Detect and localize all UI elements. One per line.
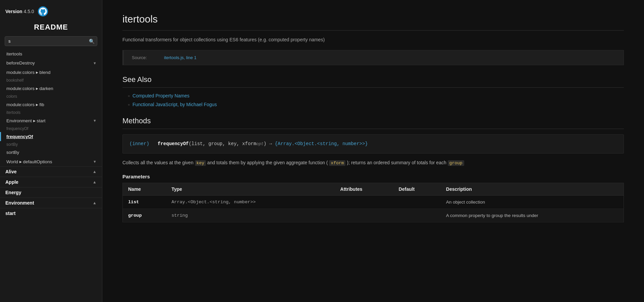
see-also-item-functional: Functional JavaScript, by Michael Fogus [128, 102, 624, 107]
see-also-link-functional[interactable]: Functional JavaScript, by Michael Fogus [132, 102, 217, 107]
nav-item-bookshelf: bookshelf [0, 77, 102, 84]
see-also-list: Computed Property Names Functional JavaS… [128, 93, 624, 107]
nav-item-frequencyOf-dim: frequencyOf [0, 125, 102, 132]
col-attributes: Attributes [335, 183, 393, 195]
chevron-up-icon: ▲ [93, 201, 97, 205]
params-table: Name Type Attributes Default Description… [122, 183, 624, 222]
nav-section-label: Energy [5, 190, 21, 195]
code-xform: xform [329, 160, 345, 166]
nav-item-label: World ▸ defaultOptions [6, 159, 52, 164]
method-arrow: → [269, 141, 275, 146]
code-group: group [448, 160, 464, 166]
search-box: 🔍 [5, 36, 97, 46]
see-also-heading: See Also [122, 75, 624, 88]
nav-item-label: sortBy [6, 142, 18, 147]
nav-section-label: Environment [5, 200, 34, 206]
nav-item-module-colors-darken[interactable]: module:colors ▸ darken [0, 84, 102, 93]
code-key: key [195, 160, 206, 166]
method-signature: (inner) frequencyOf(list, group, key, xf… [122, 134, 624, 153]
col-description: Description [441, 183, 624, 195]
nav-section-start[interactable]: start [0, 208, 102, 218]
param-attr-group [335, 209, 393, 222]
method-params: (list, group, key, xformopt) [189, 141, 266, 146]
col-default: Default [393, 183, 441, 195]
version-number: 4.5.0 [23, 9, 34, 14]
nav-item-module-colors-blend[interactable]: module:colors ▸ blend [0, 68, 102, 77]
source-link[interactable]: itertools.js, line 1 [164, 55, 197, 60]
nav-section-label: start [5, 211, 15, 216]
nav-item-beforeDestroy[interactable]: beforeDestroy ▼ [0, 58, 102, 68]
method-opt: opt [256, 142, 264, 146]
param-default-list [393, 195, 441, 209]
method-inner-label: (inner) [129, 141, 149, 146]
version-bold: Version [5, 9, 22, 14]
github-icon[interactable] [38, 6, 48, 17]
nav-arrow: ▼ [93, 61, 97, 65]
nav-list: itertools beforeDestroy ▼ module:colors … [0, 49, 102, 302]
nav-item-world-defaultOptions[interactable]: World ▸ defaultOptions ▼ [0, 157, 102, 166]
method-return: {Array.<Object.<string, number>>} [275, 141, 368, 146]
search-icon[interactable]: 🔍 [89, 39, 95, 44]
col-type: Type [166, 183, 335, 195]
nav-section-label: Apple [5, 179, 18, 185]
nav-item-label: sortBy [6, 150, 19, 155]
version-label: Version 4.5.0 [5, 9, 34, 14]
param-desc-list: An object collection [441, 195, 624, 209]
nav-section-alive[interactable]: Alive ▲ [0, 166, 102, 177]
nav-item-itertools[interactable]: itertools [0, 49, 102, 58]
search-input[interactable] [5, 36, 97, 46]
nav-arrow: ▼ [93, 119, 97, 123]
param-attr-list [335, 195, 393, 209]
param-name-list: list [123, 195, 166, 209]
main-content: itertools Functional transformers for ob… [102, 0, 644, 302]
page-description: Functional transformers for object colle… [122, 36, 624, 43]
table-header-row: Name Type Attributes Default Description [123, 183, 624, 195]
see-also-link-computed[interactable]: Computed Property Names [132, 93, 190, 98]
source-box: Source: itertools.js, line 1 [122, 50, 624, 65]
nav-item-label: frequencyOf [6, 134, 33, 139]
nav-item-itertools2: itertools [0, 109, 102, 116]
method-params-text: list, group, key, xform [192, 141, 256, 146]
see-also-item-computed: Computed Property Names [128, 93, 624, 98]
sidebar-header: Version 4.5.0 [0, 0, 102, 21]
nav-section-apple[interactable]: Apple ▲ [0, 177, 102, 187]
nav-section-environment[interactable]: Environment ▲ [0, 198, 102, 208]
param-type-group: string [166, 209, 335, 222]
nav-item-label: frequencyOf [6, 126, 28, 131]
table-row: list Array.<Object.<string, number>> An … [123, 195, 624, 209]
nav-item-label: itertools [6, 51, 22, 56]
nav-arrow: ▼ [93, 160, 97, 164]
nav-item-label: module:colors ▸ blend [6, 70, 51, 75]
table-row: group string A common property to group … [123, 209, 624, 222]
param-type-list: Array.<Object.<string, number>> [166, 195, 335, 209]
nav-item-environment-start[interactable]: Environment ▸ start ▼ [0, 116, 102, 125]
source-label: Source: [132, 55, 159, 60]
sidebar: Version 4.5.0 README 🔍 itertools beforeD… [0, 0, 102, 302]
nav-item-label: module:colors ▸ fib [6, 102, 44, 107]
param-name-group: group [123, 209, 166, 222]
nav-item-label: bookshelf [6, 78, 23, 83]
version-text: Version 4.5.0 [5, 9, 34, 14]
nav-item-sortBy[interactable]: sortBy [0, 148, 102, 157]
param-default-group [393, 209, 441, 222]
nav-item-label: colors [6, 94, 17, 99]
nav-item-module-colors-fib[interactable]: module:colors ▸ fib [0, 100, 102, 109]
methods-heading: Methods [122, 117, 624, 129]
nav-item-sortBy-dim: sortBy [0, 141, 102, 148]
chevron-up-icon: ▲ [93, 180, 97, 184]
chevron-up-icon: ▲ [93, 169, 97, 174]
nav-item-label: Environment ▸ start [6, 118, 46, 123]
nav-item-label: module:colors ▸ darken [6, 86, 53, 91]
nav-item-label: itertools [6, 110, 20, 115]
nav-section-energy[interactable]: Energy [0, 187, 102, 198]
params-heading: Parameters [122, 174, 624, 179]
nav-item-colors: colors [0, 93, 102, 100]
page-title: itertools [122, 13, 624, 31]
nav-item-label: beforeDestroy [6, 60, 35, 66]
nav-item-frequencyOf[interactable]: frequencyOf [0, 132, 102, 141]
col-name: Name [123, 183, 166, 195]
readme-heading: README [0, 21, 102, 36]
param-desc-group: A common property to group the results u… [441, 209, 624, 222]
method-name: frequencyOf [158, 141, 189, 146]
method-description: Collects all the values at the given key… [122, 159, 624, 167]
